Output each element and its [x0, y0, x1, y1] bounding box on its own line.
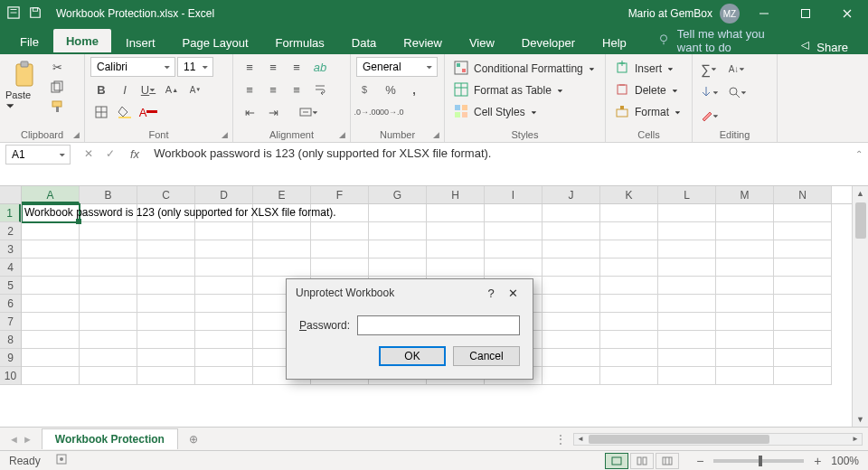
- cell-N1[interactable]: [774, 204, 832, 222]
- add-sheet-icon[interactable]: ⊕: [178, 433, 209, 446]
- cell-H1[interactable]: [427, 204, 485, 222]
- cell-E2[interactable]: [253, 222, 311, 240]
- paste-button[interactable]: Paste ⏷: [5, 57, 43, 111]
- cell-H2[interactable]: [427, 222, 485, 240]
- password-input[interactable]: [357, 315, 520, 335]
- cell-J7[interactable]: [542, 313, 600, 331]
- align-center-icon[interactable]: ≡: [262, 80, 284, 99]
- cell-L9[interactable]: [658, 349, 716, 367]
- col-header-E[interactable]: E: [253, 186, 311, 203]
- tab-view[interactable]: View: [457, 31, 507, 54]
- fx-icon[interactable]: fx: [123, 147, 146, 161]
- cell-C7[interactable]: [137, 313, 195, 331]
- cell-L10[interactable]: [658, 367, 716, 385]
- cell-L3[interactable]: [658, 240, 716, 258]
- tab-home[interactable]: Home: [53, 29, 111, 54]
- cell-N9[interactable]: [774, 349, 832, 367]
- cell-C5[interactable]: [137, 277, 195, 295]
- cell-J5[interactable]: [542, 277, 600, 295]
- col-header-F[interactable]: F: [311, 186, 369, 203]
- cell-B5[interactable]: [80, 277, 137, 295]
- cell-M7[interactable]: [716, 313, 774, 331]
- cell-J3[interactable]: [542, 240, 600, 258]
- zoom-out-button[interactable]: −: [693, 454, 706, 468]
- align-bottom-icon[interactable]: ≡: [286, 57, 307, 77]
- sheet-tab-active[interactable]: Workbook Protection: [42, 428, 178, 449]
- cell-D6[interactable]: [195, 295, 253, 313]
- align-middle-icon[interactable]: ≡: [262, 57, 284, 77]
- col-header-I[interactable]: I: [485, 186, 542, 203]
- tab-data[interactable]: Data: [339, 31, 389, 54]
- cell-H4[interactable]: [427, 258, 485, 277]
- cell-D2[interactable]: [195, 222, 253, 240]
- cell-J9[interactable]: [542, 349, 600, 367]
- cell-K1[interactable]: [600, 204, 658, 222]
- cell-A7[interactable]: [22, 313, 80, 331]
- alignment-launcher-icon[interactable]: ◢: [335, 128, 348, 141]
- cell-J8[interactable]: [542, 331, 600, 349]
- row-header-9[interactable]: 9: [0, 349, 21, 367]
- cell-A8[interactable]: [22, 331, 80, 349]
- sort-filter-icon[interactable]: A↓ ⏷: [722, 59, 752, 79]
- cell-G1[interactable]: [369, 204, 427, 222]
- cell-styles-button[interactable]: Cell Styles ⏷: [450, 102, 599, 122]
- autosum-icon[interactable]: ∑ ⏷: [698, 59, 720, 79]
- cell-A9[interactable]: [22, 349, 80, 367]
- share-button[interactable]: Share: [787, 40, 861, 54]
- sheet-nav-prev-icon[interactable]: ◄: [9, 434, 19, 445]
- col-header-J[interactable]: J: [542, 186, 600, 203]
- cell-J10[interactable]: [542, 367, 600, 385]
- row-header-1[interactable]: 1: [0, 204, 21, 222]
- scroll-thumb[interactable]: [855, 202, 866, 239]
- row-header-6[interactable]: 6: [0, 295, 21, 313]
- col-header-H[interactable]: H: [427, 186, 485, 203]
- cell-M9[interactable]: [716, 349, 774, 367]
- expand-formula-bar-icon[interactable]: ⌃: [850, 143, 868, 164]
- dialog-close-icon[interactable]: ✕: [502, 287, 524, 300]
- fill-handle[interactable]: [76, 219, 81, 224]
- cell-A5[interactable]: [22, 277, 80, 295]
- cell-N3[interactable]: [774, 240, 832, 258]
- cell-J4[interactable]: [542, 258, 600, 277]
- cell-M4[interactable]: [716, 258, 774, 277]
- col-header-M[interactable]: M: [716, 186, 774, 203]
- cell-D4[interactable]: [195, 258, 253, 277]
- cell-D5[interactable]: [195, 277, 253, 295]
- cell-M3[interactable]: [716, 240, 774, 258]
- col-header-G[interactable]: G: [369, 186, 427, 203]
- fill-color-icon[interactable]: [114, 102, 136, 122]
- vertical-scrollbar[interactable]: ▲ ▼: [852, 186, 868, 427]
- cell-L2[interactable]: [658, 222, 716, 240]
- cell-L7[interactable]: [658, 313, 716, 331]
- cell-C8[interactable]: [137, 331, 195, 349]
- avatar[interactable]: MZ: [720, 4, 740, 24]
- cell-K2[interactable]: [600, 222, 658, 240]
- cell-D9[interactable]: [195, 349, 253, 367]
- cell-J2[interactable]: [542, 222, 600, 240]
- hscroll-left-icon[interactable]: ◄: [574, 434, 587, 445]
- cell-B10[interactable]: [80, 367, 137, 385]
- cell-C10[interactable]: [137, 367, 195, 385]
- font-color-icon[interactable]: A: [137, 102, 159, 122]
- cell-B8[interactable]: [80, 331, 137, 349]
- cell-K8[interactable]: [600, 331, 658, 349]
- cell-N2[interactable]: [774, 222, 832, 240]
- user-area[interactable]: Mario at GemBox MZ: [625, 4, 743, 24]
- italic-button[interactable]: I: [114, 80, 136, 99]
- accounting-icon[interactable]: $: [356, 80, 378, 99]
- comma-icon[interactable]: ,: [403, 80, 425, 99]
- minimize-button[interactable]: [743, 0, 785, 27]
- align-right-icon[interactable]: ≡: [286, 80, 307, 99]
- hscroll-split-icon[interactable]: ⋮: [555, 433, 573, 446]
- cell-B7[interactable]: [80, 313, 137, 331]
- increase-decimal-icon[interactable]: .0→.00: [356, 102, 378, 122]
- enter-edit-icon[interactable]: ✓: [101, 144, 119, 164]
- cell-G2[interactable]: [369, 222, 427, 240]
- cell-K9[interactable]: [600, 349, 658, 367]
- col-header-N[interactable]: N: [774, 186, 832, 203]
- cell-K7[interactable]: [600, 313, 658, 331]
- cell-L6[interactable]: [658, 295, 716, 313]
- cell-L4[interactable]: [658, 258, 716, 277]
- cell-K10[interactable]: [600, 367, 658, 385]
- zoom-value[interactable]: 100%: [831, 455, 859, 467]
